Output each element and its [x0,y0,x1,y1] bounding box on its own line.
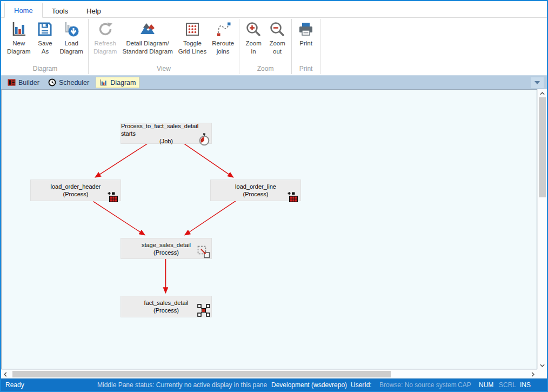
group-label-zoom: Zoom [242,63,289,75]
node-name: load_order_line [235,183,276,190]
tab-label: Builder [18,79,39,87]
chevron-right-icon [531,372,534,377]
button-label: Toggle Grid Lines [178,39,206,55]
status-num-indicator: NUM [479,381,493,389]
print-button[interactable]: Print [294,18,318,48]
printer-icon [297,21,315,38]
mountains-icon [139,21,156,38]
button-label: Save As [38,39,52,55]
toggle-grid-lines-button[interactable]: Toggle Grid Lines [176,18,209,55]
diagram-canvas[interactable]: Process_to_fact_sales_detail starts (Job… [1,89,537,369]
group-label-print: Print [294,63,318,75]
zoom-out-button[interactable]: Zoom out [265,18,289,55]
bar-chart-icon [10,21,28,38]
reroute-joins-button[interactable]: Reroute joins [209,18,237,55]
new-diagram-button[interactable]: New Diagram [4,18,33,55]
status-cap-indicator: CAP [458,381,471,389]
chevron-down-icon [540,364,545,367]
stopwatch-icon [198,133,210,146]
node-type: (Process) [243,190,268,198]
node-name: Process_to_fact_sales_detail starts [121,122,211,137]
fact-table-icon [197,304,210,317]
builder-icon [8,78,16,87]
diagram-edges [2,90,537,369]
refresh-icon [97,21,114,38]
zoom-out-icon [269,21,286,38]
reroute-joins-icon [215,21,232,38]
diagram-node-load-order-header[interactable]: load_order_header (Process) [30,180,121,201]
scroll-up-button[interactable] [538,89,547,97]
status-userid-label: UserId: [351,381,372,389]
status-ready: Ready [5,381,24,389]
status-scrl-indicator: SCRL [499,381,516,389]
status-middle-pane: Middle Pane status: Currently no active … [97,381,267,389]
scroll-down-button[interactable] [538,361,547,369]
ribbon-group-zoom: Zoom in Zoom out Zoom [240,18,291,75]
detail-standard-diagram-button[interactable]: Detail Diagram/ Standard Diagram [119,18,175,55]
status-bar: Ready Middle Pane status: Currently no a… [1,378,547,391]
diagram-node-stage-sales-detail[interactable]: stage_sales_detail (Process) [121,238,212,259]
floppy-disk-icon [36,21,54,38]
status-browse: Browse: No source system [379,381,457,389]
vertical-scrollbar-thumb[interactable] [539,97,546,197]
ribbon-tab-help[interactable]: Help [77,4,110,18]
ribbon-toolbar: New Diagram Save As [1,18,547,75]
ribbon-tab-home[interactable]: Home [4,3,43,18]
main-pane: Process_to_fact_sales_detail starts (Job… [1,89,547,378]
scrollbar-corner [537,369,547,378]
group-label-diagram: Diagram [4,63,86,75]
load-table-icon [107,191,119,203]
diagram-node-fact-sales-detail[interactable]: fact_sales_detail (Process) [121,296,212,317]
horizontal-scrollbar-thumb[interactable] [12,371,391,377]
diagram-node-load-order-line[interactable]: load_order_line (Process) [210,180,301,201]
node-name: load_order_header [51,183,101,190]
refresh-diagram-button[interactable]: Refresh Diagram [91,18,119,55]
tab-scheduler[interactable]: Scheduler [46,77,91,88]
scroll-left-button[interactable] [1,370,10,378]
chevron-down-icon [534,81,540,84]
tab-label: Scheduler [59,79,89,87]
ribbon-separator [88,19,89,74]
chevron-left-icon [4,372,7,377]
diagram-bar-chart-icon [99,78,108,87]
node-type: (Job) [159,137,173,145]
ribbon-group-diagram: New Diagram Save As [3,18,88,75]
node-type: (Process) [63,190,88,198]
ribbon-group-view: Refresh Diagram Detail Diagram/ Standard… [89,18,238,75]
grid-dots-icon [184,21,201,38]
button-label: Zoom out [269,39,285,55]
button-label: Detail Diagram/ Standard Diagram [122,39,172,55]
ribbon-tab-bar: Home Tools Help [1,1,547,18]
diagram-node-job[interactable]: Process_to_fact_sales_detail starts (Job… [121,123,212,144]
button-label: Reroute joins [212,39,234,55]
tab-label: Diagram [110,79,136,87]
node-name: stage_sales_detail [142,241,191,249]
scroll-right-button[interactable] [529,370,537,378]
load-diagram-button[interactable]: Load Diagram [57,18,85,55]
status-ins-indicator: INS [520,381,531,389]
stage-table-icon [197,245,210,258]
group-label-view: View [91,63,237,75]
ribbon-tab-tools[interactable]: Tools [43,4,77,18]
node-name: fact_sales_detail [144,299,189,307]
load-table-icon [287,191,299,203]
vertical-scrollbar[interactable] [537,89,547,369]
status-repository: Development (wsdevrepo) [271,381,347,389]
tab-diagram[interactable]: Diagram [96,77,139,88]
button-label: New Diagram [7,39,30,55]
save-as-button[interactable]: Save As [33,18,57,55]
zoom-in-icon [245,21,262,38]
ribbon-separator [291,19,292,74]
app-window: Home Tools Help New Diagram [0,0,548,392]
node-type: (Process) [153,307,179,314]
horizontal-scrollbar[interactable] [1,369,537,378]
chevron-up-icon [540,92,545,95]
node-type: (Process) [153,249,179,256]
tab-builder[interactable]: Builder [5,77,42,88]
ribbon-group-print: Print Print [292,18,319,75]
button-label: Load Diagram [59,39,83,55]
tab-list-dropdown-button[interactable] [531,77,544,88]
zoom-in-button[interactable]: Zoom in [242,18,265,55]
ribbon-separator [320,19,320,74]
load-diagram-icon [63,21,80,38]
